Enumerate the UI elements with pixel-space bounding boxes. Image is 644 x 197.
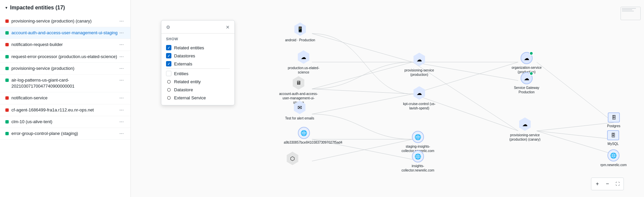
node-hexagon: ⬡ [285, 151, 300, 166]
filter-section-title: Show [166, 37, 230, 41]
entity-row[interactable]: error-group-control-plane (staging) ··· [0, 128, 130, 140]
minimap-line [622, 11, 634, 11]
entity-row[interactable]: cf-agent-1686499-fra1a.r112.eu.nr-ops.ne… [0, 104, 130, 116]
more-options-button[interactable]: ··· [118, 65, 125, 71]
checkbox-datastores[interactable]: ✓ [166, 53, 171, 58]
node-circle: 🌐 [412, 131, 424, 143]
filter-datastores[interactable]: ✓ Datastores [166, 52, 230, 60]
zoom-controls: + − ⛶ [591, 178, 624, 190]
filter-header: ⚙ ✕ [161, 20, 234, 34]
filter-label-datastore: Datastore [174, 87, 193, 92]
entity-row[interactable]: notification-request-builder ··· [0, 39, 130, 51]
hexagon-icon: ⬡ [166, 79, 171, 84]
node-organization-service[interactable]: ☁ organization-service (production) [506, 52, 547, 74]
more-options-button[interactable]: ··· [118, 18, 125, 24]
entity-row[interactable]: request-error-processor (production.us-e… [0, 51, 130, 63]
node-staging-insights[interactable]: 🌐 staging-insights-collector.newrelic.co… [398, 131, 438, 153]
entity-left: account-auth-and-access-user-management-… [5, 30, 118, 36]
filter-related-entities[interactable]: ✓ Related entities [166, 44, 230, 52]
filter-label-external-service: External Service [174, 95, 206, 100]
entity-row[interactable]: provisioning-service (production) ··· [0, 63, 130, 75]
node-label: provisioning-service (production) [399, 68, 439, 77]
node-insights[interactable]: 🌐 insights-collector.newrelic.com [398, 150, 438, 173]
node-test-alert[interactable]: ✉ Test for alert emails [285, 100, 314, 120]
node-hexagon: ☁ [518, 117, 532, 132]
hex-shape: ☁ [297, 50, 310, 64]
node-circle: 🌐 [412, 150, 424, 162]
checkbox-entities[interactable] [166, 71, 171, 76]
filter-close-button[interactable]: ✕ [226, 24, 230, 30]
entity-left: provisioning-service (production) (canar… [5, 18, 118, 24]
filter-related-entity[interactable]: ⬡ Related entity [166, 78, 230, 86]
node-provisioning-production[interactable]: ☁ provisioning-service (production) [399, 52, 439, 77]
node-service-gateway[interactable]: ☁ Service Gateway Production [506, 72, 547, 94]
entity-left: notification-service [5, 95, 118, 101]
svg-line-2 [312, 62, 413, 89]
minimap-line [622, 9, 632, 10]
node-hexagon: ☁ [296, 50, 311, 64]
node-postgres[interactable]: 🗄 Postgres [607, 112, 620, 128]
node-kpt-cruise[interactable]: ☁ kpt-cruise-control (us-lavish-spend) [399, 86, 439, 110]
zoom-out-button[interactable]: − [603, 179, 612, 189]
minimap [621, 7, 641, 20]
filter-label-related-entity: Related entity [174, 79, 201, 84]
status-dot [5, 55, 9, 58]
hex-shape: ☁ [413, 53, 426, 66]
more-options-button[interactable]: ··· [118, 95, 125, 101]
left-panel: ▾ Impacted entities (17) provisioning-se… [0, 0, 131, 197]
node-rpm[interactable]: 🌐 rpm.newrelic.com [600, 149, 627, 167]
entity-left: provisioning-service (production) [5, 65, 118, 71]
filter-external-service[interactable]: ⬡ External Service [166, 94, 230, 102]
more-options-button[interactable]: ··· [118, 54, 125, 60]
node-label: a9b330857bce841038373097027f5ad4 [284, 140, 324, 145]
node-hexagon: ✉ [292, 100, 307, 115]
hex-shape: ☁ [518, 117, 532, 131]
entity-name: air-log-patterns-us-giant-card-202103071… [11, 77, 118, 89]
entity-name: error-group-control-plane (staging) [11, 131, 78, 137]
entity-left: cf-agent-1686499-fra1a.r112.eu.nr-ops.ne… [5, 107, 118, 113]
entity-name: provisioning-service (production) [11, 65, 74, 71]
filter-datastore[interactable]: ⬡ Datastore [166, 86, 230, 94]
hex-shape: 📱 [293, 22, 307, 36]
filter-entities[interactable]: Entities [166, 69, 230, 78]
more-options-button[interactable]: ··· [118, 77, 125, 83]
external-service-icon: ⬡ [166, 95, 171, 100]
more-options-button[interactable]: ··· [118, 107, 125, 113]
filter-externals[interactable]: ✓ Externals [166, 60, 230, 68]
entity-left: air-log-patterns-us-giant-card-202103071… [5, 77, 118, 89]
status-dot [5, 79, 9, 82]
checkbox-related-entities[interactable]: ✓ [166, 45, 171, 50]
entity-row[interactable]: provisioning-service (production) (canar… [0, 15, 130, 27]
graph-area[interactable]: ⚙ ✕ Show ✓ Related entities ✓ Datastores… [131, 0, 644, 197]
status-dot [5, 132, 9, 135]
panel-header[interactable]: ▾ Impacted entities (17) [0, 0, 130, 15]
more-options-button[interactable]: ··· [118, 119, 125, 125]
hex-shape: ✉ [293, 101, 306, 114]
entity-row[interactable]: account-auth-and-access-user-management-… [0, 27, 130, 39]
panel-title: Impacted entities (17) [10, 5, 65, 11]
minimap-line [622, 8, 636, 9]
node-provisioning-canary[interactable]: ☁ provisioning-service (production) (can… [505, 117, 545, 142]
node-label: provisioning-service (production) (canar… [505, 133, 545, 142]
svg-line-4 [312, 94, 413, 114]
divider [166, 68, 230, 69]
checkbox-externals[interactable]: ✓ [166, 61, 171, 66]
entity-row[interactable]: air-log-patterns-us-giant-card-202103071… [0, 75, 130, 92]
node-mysql[interactable]: 🗄 MySQL [607, 130, 619, 146]
filter-icon: ⚙ [166, 24, 170, 30]
node-bottom-hex[interactable]: ⬡ [285, 151, 300, 166]
node-android-production[interactable]: 📱 android · Production [285, 22, 315, 42]
entity-row[interactable]: clm-10 (us-alive-tent) ··· [0, 116, 130, 128]
more-options-button[interactable]: ··· [118, 42, 125, 48]
more-options-button[interactable]: ··· [118, 131, 125, 137]
node-label: android · Production [285, 38, 315, 42]
node-label: kpt-cruise-control (us-lavish-spend) [399, 102, 439, 110]
node-elated-science[interactable]: ☁ production.us-elated-science [283, 50, 324, 75]
fit-view-button[interactable]: ⛶ [613, 179, 622, 189]
zoom-in-button[interactable]: + [593, 179, 602, 189]
entity-row[interactable]: notification-service ··· [0, 92, 130, 104]
more-options-button[interactable]: ··· [118, 30, 125, 36]
node-a9b[interactable]: 🌐 a9b330857bce841038373097027f5ad4 [284, 127, 324, 145]
svg-line-15 [537, 131, 614, 139]
status-dot-green [529, 71, 533, 76]
